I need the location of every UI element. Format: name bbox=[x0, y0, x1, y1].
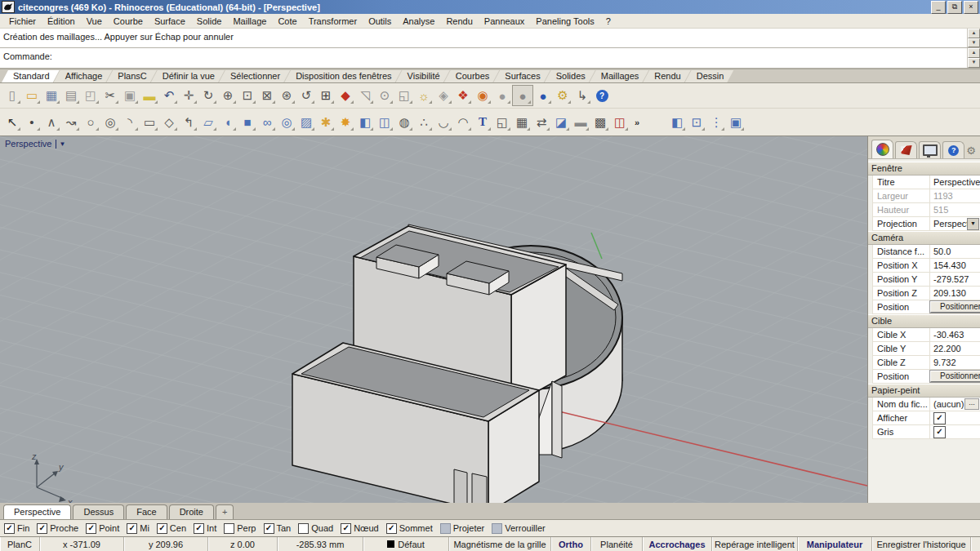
property-row[interactable]: Gris ✓ bbox=[872, 425, 980, 439]
checkbox-icon[interactable] bbox=[224, 523, 234, 534]
osnap-toggle[interactable]: Accrochages bbox=[643, 537, 712, 551]
property-row[interactable]: Distance f... 50.0 bbox=[872, 245, 980, 259]
viewport-tab-face[interactable]: Face bbox=[126, 504, 167, 519]
split-solid-button[interactable]: ◧ bbox=[355, 113, 375, 132]
osnap-checkbox[interactable]: Perp bbox=[224, 523, 256, 534]
toolbar-tab[interactable]: Maillages bbox=[590, 70, 648, 82]
new-viewport-button[interactable]: ▣ bbox=[726, 113, 746, 132]
box-button[interactable]: ■ bbox=[238, 113, 257, 132]
rectangle-button[interactable]: ▭ bbox=[140, 113, 159, 132]
coordinate-x[interactable]: x -371.09 bbox=[40, 537, 124, 551]
property-row[interactable]: Position Positionner... bbox=[872, 300, 980, 314]
lights-button[interactable]: ☼ bbox=[414, 86, 434, 105]
viewport-tab-perspective[interactable]: Perspective bbox=[3, 504, 71, 519]
close-button[interactable]: × bbox=[964, 1, 978, 14]
osnap-checkbox[interactable]: Tan bbox=[264, 523, 292, 534]
toolbar-tab[interactable]: Rendu bbox=[643, 70, 690, 82]
menu-item[interactable]: ? bbox=[600, 16, 617, 27]
filter-button[interactable]: Filtre bbox=[971, 537, 980, 551]
toolbar-overflow-button[interactable]: » bbox=[630, 118, 644, 127]
tab-help[interactable]: ? bbox=[942, 141, 964, 158]
flatten-button[interactable]: ▬ bbox=[571, 113, 590, 132]
checkbox-icon[interactable] bbox=[298, 523, 309, 534]
checkbox-icon[interactable] bbox=[37, 523, 47, 534]
toolbar-tab[interactable]: Surfaces bbox=[493, 70, 550, 82]
osnap-checkbox[interactable]: Quad bbox=[298, 523, 333, 534]
checkbox-icon[interactable] bbox=[440, 523, 451, 534]
menu-item[interactable]: Rendu bbox=[440, 16, 478, 27]
surface-from-curves-button[interactable]: ▱ bbox=[198, 113, 218, 132]
history-button[interactable]: ↳ bbox=[572, 86, 592, 105]
property-row[interactable]: Position X 154.430 bbox=[872, 259, 980, 273]
command-prompt-input[interactable]: Commande: bbox=[0, 48, 967, 68]
toolbar-tab[interactable]: Solides bbox=[545, 70, 595, 82]
osnap-checkbox[interactable]: Nœud bbox=[341, 523, 379, 534]
render-button[interactable]: ● bbox=[533, 86, 553, 105]
distance-units[interactable]: -285.93 mm bbox=[278, 537, 363, 551]
tab-render[interactable] bbox=[895, 141, 917, 158]
scroll-down-button[interactable]: ▼ bbox=[968, 38, 980, 48]
copy-button[interactable]: ▣ bbox=[120, 86, 140, 105]
gear-icon[interactable]: ⚙ bbox=[966, 144, 978, 158]
property-row[interactable]: Titre Perspective bbox=[872, 176, 980, 189]
color-wheel-button[interactable]: ◉ bbox=[473, 86, 492, 105]
polyline-button[interactable]: ∧ bbox=[42, 113, 61, 132]
zoom-extents-button[interactable]: ⊠ bbox=[257, 86, 277, 105]
render-shield-button[interactable]: ❖ bbox=[453, 86, 473, 105]
cplane-origin-button[interactable]: ⊙ bbox=[375, 86, 394, 105]
menu-item[interactable]: Courbe bbox=[108, 16, 149, 27]
property-row[interactable]: Projection Perspect... ▼ bbox=[872, 217, 980, 231]
grid-snap-toggle[interactable]: Magnétisme de la grille bbox=[449, 537, 551, 551]
property-row[interactable]: Nom du fic... (aucun) ... bbox=[872, 398, 980, 411]
property-row[interactable]: Cible Z 9.732 bbox=[872, 356, 980, 370]
point-button[interactable]: • bbox=[22, 113, 42, 132]
cut-button[interactable]: ✂ bbox=[100, 86, 120, 105]
toolbar-tab[interactable]: Courbes bbox=[444, 70, 500, 82]
zoom-selected-button[interactable]: ⊛ bbox=[277, 86, 296, 105]
explode-button[interactable]: ✸ bbox=[336, 113, 355, 132]
paste-button[interactable]: ▬ bbox=[140, 86, 159, 105]
circle-button[interactable]: ○ bbox=[81, 113, 100, 132]
osnap-checkbox[interactable]: Proche bbox=[37, 523, 78, 534]
gumball-toggle[interactable]: Manipulateur bbox=[798, 537, 872, 551]
osnap-checkbox[interactable]: Projeter bbox=[440, 523, 485, 534]
fillet-curve-button[interactable]: ◠ bbox=[453, 113, 473, 132]
checkbox-icon[interactable] bbox=[127, 523, 137, 534]
menu-item[interactable]: Édition bbox=[42, 16, 81, 27]
menu-item[interactable]: Transformer bbox=[303, 16, 363, 27]
planar-toggle[interactable]: Planéité bbox=[591, 537, 643, 551]
tab-display[interactable] bbox=[919, 141, 941, 158]
render-preview-button[interactable]: ● bbox=[492, 86, 512, 105]
toolbar-tab[interactable]: Dessin bbox=[685, 70, 734, 82]
checkbox-icon[interactable] bbox=[492, 523, 502, 534]
checkbox-icon[interactable] bbox=[194, 523, 204, 534]
solid-edit-button[interactable]: ◪ bbox=[551, 113, 571, 132]
tab-properties[interactable] bbox=[871, 140, 893, 158]
viewport-layout-button[interactable]: ⊞ bbox=[316, 86, 336, 105]
text-button[interactable]: T bbox=[473, 113, 492, 132]
property-row[interactable]: Hauteur 515 bbox=[872, 203, 980, 217]
toolbar-tab[interactable]: Définir la vue bbox=[151, 70, 225, 82]
toolbar-tab[interactable]: Standard bbox=[2, 70, 60, 82]
viewport-tab-droite[interactable]: Droite bbox=[169, 504, 214, 519]
scroll-down-button[interactable]: ▼ bbox=[968, 58, 980, 68]
toolbar-tab[interactable]: PlansC bbox=[106, 70, 156, 82]
property-row[interactable]: Afficher ✓ bbox=[872, 411, 980, 425]
menu-item[interactable]: Paneling Tools bbox=[530, 16, 599, 27]
set-cplane-button[interactable]: ◹ bbox=[355, 86, 375, 105]
perspective-viewport[interactable]: Perspective▼ bbox=[0, 136, 868, 503]
print-button[interactable]: ▤ bbox=[61, 86, 81, 105]
zoom-in-button[interactable]: ⊕ bbox=[218, 86, 238, 105]
property-row[interactable]: Cible X -30.463 bbox=[872, 328, 980, 342]
polygon-button[interactable]: ◇ bbox=[159, 113, 179, 132]
osnap-checkbox[interactable]: Sommet bbox=[386, 523, 433, 534]
menu-item[interactable]: Maillage bbox=[227, 16, 272, 27]
restore-button[interactable]: ⧉ bbox=[947, 1, 962, 14]
shaded-display-button[interactable]: ◆ bbox=[336, 86, 355, 105]
property-row[interactable]: Position Z 209.130 bbox=[872, 287, 980, 300]
pan-button[interactable]: ✛ bbox=[179, 86, 198, 105]
property-row[interactable]: Cible Y 22.200 bbox=[872, 342, 980, 356]
arc-button[interactable]: ◝ bbox=[120, 113, 140, 132]
open-file-button[interactable]: ▭ bbox=[22, 86, 42, 105]
torus-button[interactable]: ◎ bbox=[277, 113, 296, 132]
